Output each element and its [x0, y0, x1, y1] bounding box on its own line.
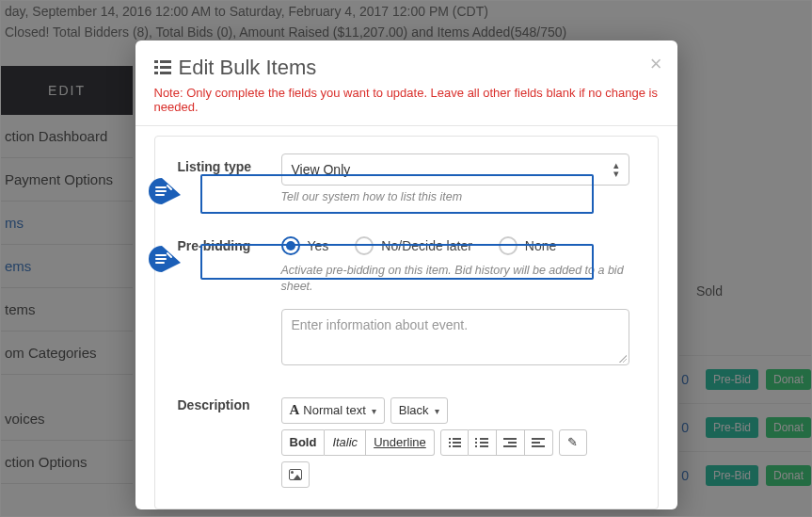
list-icon — [154, 60, 171, 75]
editor-toolbar-row3 — [281, 461, 629, 488]
pre-bidding-help: Activate pre-bidding on this item. Bid h… — [281, 263, 629, 296]
ordered-list-icon — [475, 437, 488, 448]
indent-button[interactable] — [497, 429, 525, 456]
bold-button[interactable]: Bold — [281, 429, 326, 456]
listing-type-value: View Only — [292, 162, 351, 177]
unordered-list-button[interactable] — [440, 429, 469, 456]
event-info-textarea[interactable]: Enter information about event. — [281, 309, 629, 365]
edit-button[interactable] — [559, 429, 587, 456]
close-button[interactable]: × — [650, 54, 662, 74]
chevron-down-icon — [370, 403, 376, 417]
listing-type-label: Listing type — [178, 153, 281, 206]
insert-image-button[interactable] — [281, 461, 310, 488]
radio-yes[interactable]: Yes — [281, 236, 329, 255]
ordered-list-button[interactable] — [469, 429, 497, 456]
form-panel: Listing type View Only ▴▾ Tell our syste… — [154, 136, 659, 509]
modal-title: Edit Bulk Items — [154, 56, 659, 80]
pre-bidding-row: Pre-bidding Yes No/Decide later — [178, 233, 629, 365]
modal-header: Edit Bulk Items Note: Only complete the … — [135, 40, 677, 126]
editor-toolbar: A Normal text Black — [281, 397, 629, 424]
font-style-dropdown[interactable]: A Normal text — [281, 397, 385, 424]
modal-note: Note: Only complete the fields you want … — [154, 86, 659, 114]
radio-no[interactable]: No/Decide later — [355, 236, 472, 255]
underline-button[interactable]: Underline — [366, 429, 435, 456]
pencil-icon — [567, 435, 578, 449]
image-icon — [289, 469, 302, 480]
radio-icon — [499, 236, 517, 255]
italic-button[interactable]: Italic — [325, 429, 366, 456]
listing-type-select[interactable]: View Only ▴▾ — [281, 153, 629, 186]
indent-icon — [503, 437, 517, 448]
chevron-down-icon — [433, 403, 439, 417]
outdent-icon — [532, 437, 545, 448]
pre-bidding-label: Pre-bidding — [178, 233, 281, 365]
listing-type-row: Listing type View Only ▴▾ Tell our syste… — [178, 153, 629, 206]
outdent-button[interactable] — [525, 429, 553, 456]
listing-type-help: Tell our system how to list this item — [281, 189, 629, 206]
radio-none[interactable]: None — [499, 236, 556, 255]
font-color-dropdown[interactable]: Black — [390, 397, 448, 424]
editor-toolbar-row2: Bold Italic Underline — [281, 429, 629, 456]
pre-bidding-radio-group: Yes No/Decide later None — [281, 233, 629, 259]
description-label: Description — [178, 392, 281, 488]
radio-icon — [355, 236, 374, 255]
font-icon: A — [290, 402, 300, 418]
unordered-list-icon — [448, 437, 461, 448]
modal-body: Listing type View Only ▴▾ Tell our syste… — [135, 126, 677, 509]
description-row: Description A Normal text Black — [178, 392, 629, 488]
radio-icon — [281, 236, 300, 255]
edit-bulk-items-modal: Edit Bulk Items Note: Only complete the … — [135, 40, 677, 509]
select-caret-icon: ▴▾ — [613, 161, 619, 178]
